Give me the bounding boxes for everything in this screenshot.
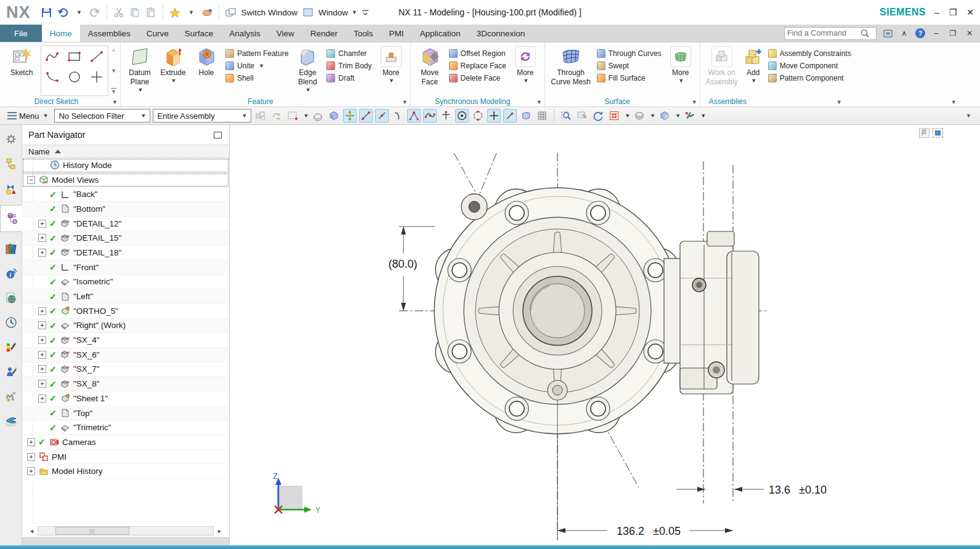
intersection-point-icon[interactable]	[407, 109, 421, 122]
expand-box[interactable]: +	[27, 467, 35, 475]
tab-surface[interactable]: Surface	[177, 25, 222, 42]
reuse-library-icon[interactable]	[3, 241, 19, 257]
palette-scroll-up[interactable]: ▲	[111, 47, 116, 53]
selection-filter-combo[interactable]: No Selection Filter▼	[54, 109, 150, 122]
tree-row-trimetric[interactable]: ✓"Trimetric"	[22, 420, 229, 435]
control-point-icon[interactable]	[391, 109, 405, 122]
quadrant-point-icon[interactable]	[487, 109, 501, 122]
restore-view-icon[interactable]	[933, 128, 943, 138]
add-component-button[interactable]: Add▼	[741, 44, 766, 96]
group-dialog-surface[interactable]: ▼	[692, 99, 697, 105]
select-rectangle-dropdown[interactable]: ▼	[303, 113, 309, 119]
pattern-feature-button[interactable]: Pattern Feature	[225, 49, 288, 58]
zoom-window-icon[interactable]	[559, 109, 573, 122]
command-finder-star-button[interactable]	[167, 4, 183, 20]
fit-view-icon[interactable]	[607, 109, 621, 122]
move-component-button[interactable]: Move Component	[768, 62, 851, 70]
unite-button[interactable]: Unite▼	[225, 62, 288, 70]
tab-view[interactable]: View	[269, 25, 302, 42]
point-on-face-icon[interactable]	[519, 109, 533, 122]
menu-button[interactable]: Menu▼	[4, 111, 52, 121]
tree-row-sx4[interactable]: +✓"SX_4"	[22, 333, 229, 348]
tree-row-detail12[interactable]: +✓"DETAIL_12"	[22, 217, 229, 231]
doc-minimize-button[interactable]: –	[931, 28, 942, 39]
tree-row-ortho5[interactable]: +✓"ORTHO_5"	[22, 304, 229, 319]
ribbon-overflow[interactable]: ▼	[951, 99, 957, 105]
sketch-button[interactable]: Sketch	[5, 44, 38, 96]
arc-center-icon[interactable]	[439, 109, 453, 122]
surface-more-button[interactable]: More▼	[664, 44, 697, 96]
assembly-navigator-icon[interactable]	[3, 156, 19, 172]
save-button[interactable]	[39, 4, 55, 20]
window-menu-dropdown[interactable]: ▼	[352, 9, 357, 15]
undo-button[interactable]	[55, 4, 71, 20]
window-menu-button[interactable]: Window	[318, 8, 348, 17]
orient-view-icon[interactable]	[658, 109, 671, 122]
horizontal-scrollbar[interactable]: ◄ ||| ►	[27, 526, 224, 536]
tab-pmi[interactable]: PMI	[381, 25, 411, 42]
tab-render[interactable]: Render	[302, 25, 346, 42]
remember-constraints-icon[interactable]	[270, 109, 283, 122]
toolbar-overflow[interactable]: ▼	[966, 113, 976, 119]
star-dropdown[interactable]: ▼	[183, 4, 199, 20]
mid-point-icon[interactable]	[375, 109, 389, 122]
dim-depth[interactable]: 13.6±0.10	[769, 484, 827, 496]
switch-window-button[interactable]: Switch Window	[241, 8, 298, 17]
expand-box[interactable]: +	[38, 351, 46, 359]
window-minimize-button[interactable]: –	[934, 7, 939, 17]
draft-button[interactable]: Draft	[326, 74, 371, 82]
dim-width[interactable]: 136.2±0.05	[617, 525, 681, 537]
expand-box[interactable]: +	[38, 380, 46, 388]
wcs-triad[interactable]: Z Y	[273, 472, 320, 515]
select-rectangle-icon[interactable]	[286, 109, 299, 122]
assembly-sequence-icon[interactable]	[254, 109, 267, 122]
customize-qat-button[interactable]	[357, 4, 373, 20]
tree-row-detail15[interactable]: +✓"DETAIL_15"	[22, 231, 229, 246]
drawing-canvas[interactable]: (80.0) 13.6±0.10 136.2±0.05	[230, 125, 980, 545]
touch-mode-button[interactable]	[199, 4, 215, 20]
pan-icon[interactable]	[575, 109, 589, 122]
fill-surface-button[interactable]: Fill Surface	[597, 74, 662, 82]
tree-row-bottom[interactable]: ✓"Bottom"	[22, 202, 229, 217]
circle-icon[interactable]	[63, 66, 86, 87]
window-maximize-button[interactable]: ❒	[949, 7, 957, 17]
point-on-line-icon[interactable]	[503, 109, 517, 122]
gear-icon[interactable]	[3, 131, 19, 147]
shell-button[interactable]: Shell	[225, 74, 288, 82]
fullscreen-button[interactable]	[882, 28, 893, 39]
render-style-dropdown[interactable]: ▼	[650, 113, 655, 119]
tree-row-cameras[interactable]: +✓Cameras	[22, 435, 229, 450]
expand-box[interactable]: +	[38, 249, 46, 257]
roles-icon[interactable]	[3, 364, 19, 380]
feature-more-button[interactable]: More▼	[375, 44, 408, 96]
expand-box[interactable]: +	[27, 438, 35, 446]
cut-button[interactable]	[111, 4, 127, 20]
find-command-input[interactable]	[787, 29, 860, 38]
expand-box[interactable]: +	[38, 220, 46, 228]
point-on-curve-icon[interactable]	[471, 109, 485, 122]
move-face-button[interactable]: Move Face	[413, 44, 447, 96]
group-dialog-direct-sketch[interactable]: ▼	[112, 99, 118, 105]
expand-box[interactable]: +	[38, 336, 46, 344]
shaded-display-icon[interactable]	[327, 109, 341, 122]
doc-restore-button[interactable]: ❐	[947, 28, 958, 39]
tab-3dconnexion[interactable]: 3Dconnexion	[469, 25, 533, 42]
expand-box[interactable]: +	[38, 365, 46, 373]
tree-row-isometric[interactable]: ✓"Isometric"	[22, 275, 229, 290]
tab-file[interactable]: File	[0, 25, 42, 42]
selection-scope-combo[interactable]: Entire Assembly▼	[153, 109, 251, 122]
tree-row-left[interactable]: ✓"Left"	[22, 289, 229, 304]
tab-home[interactable]: Home	[42, 25, 80, 42]
tree-row-back[interactable]: ✓"Back"	[22, 187, 229, 202]
scrollbar-track[interactable]: |||	[38, 526, 214, 535]
clip-section-icon[interactable]	[683, 109, 697, 122]
minimize-ribbon-button[interactable]: ∧	[899, 28, 910, 39]
studio-spline-icon[interactable]	[41, 46, 63, 66]
paste-button[interactable]	[143, 4, 159, 20]
tree-row-front[interactable]: ✓"Front"	[22, 260, 229, 275]
work-on-assembly-button[interactable]: Work on Assembly	[703, 44, 741, 96]
view-flag-icon[interactable]	[919, 128, 929, 138]
tab-analysis[interactable]: Analysis	[221, 25, 268, 42]
part-navigator-tab[interactable]	[0, 205, 22, 232]
ship-design-icon[interactable]	[3, 413, 19, 429]
